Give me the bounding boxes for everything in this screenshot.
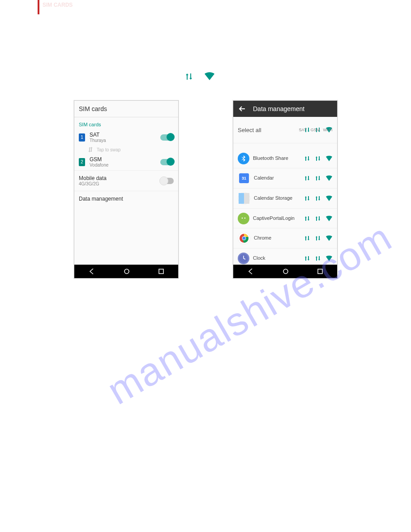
wifi-icon	[204, 72, 215, 81]
nav-home-icon[interactable]	[283, 268, 289, 275]
app-name-label: Calendar	[254, 175, 300, 181]
section-label: SIM cards	[74, 117, 178, 129]
col-wifi: Wi-Fi	[323, 128, 333, 132]
col-sat: SAT	[298, 128, 308, 132]
svg-rect-2	[241, 217, 246, 221]
gsm-toggle-icon[interactable]	[315, 175, 321, 181]
app-row[interactable]: Calendar Storage	[233, 189, 337, 209]
gsm-toggle-icon[interactable]	[315, 195, 321, 202]
app-row[interactable]: Bluetooth Share	[233, 149, 337, 168]
svg-point-0	[124, 269, 129, 274]
mobile-data-toggle[interactable]	[160, 178, 174, 184]
app-list: Bluetooth Share31CalendarCalendar Storag…	[233, 149, 337, 268]
nav-home-icon[interactable]	[124, 268, 130, 275]
sim-1-badge-icon: 1	[79, 133, 85, 142]
nav-bar	[233, 265, 337, 278]
nav-back-icon[interactable]	[89, 268, 95, 275]
svg-rect-6	[245, 215, 246, 217]
app-icon	[238, 192, 250, 205]
gsm-toggle-icon[interactable]	[315, 235, 321, 241]
back-arrow-icon[interactable]	[239, 105, 246, 112]
svg-rect-1	[159, 269, 163, 274]
wifi-toggle-icon[interactable]	[325, 195, 333, 202]
wifi-toggle-icon[interactable]	[325, 235, 333, 241]
wifi-toggle-icon[interactable]	[325, 255, 333, 262]
sim-1-row[interactable]: 1 SAT Thuraya	[74, 129, 178, 146]
nav-bar	[74, 265, 178, 278]
app-icon: 31	[238, 172, 250, 184]
data-arrows-icon	[184, 72, 193, 82]
app-icon	[238, 232, 250, 245]
swap-arrows-icon	[88, 146, 93, 153]
app-icon	[238, 213, 249, 224]
app-bar: Data management	[233, 101, 337, 117]
sim-2-badge-icon: 2	[79, 158, 85, 166]
svg-rect-5	[240, 215, 242, 217]
app-row[interactable]: Chrome	[233, 228, 337, 249]
nav-recent-icon[interactable]	[158, 269, 164, 274]
wifi-toggle-icon[interactable]	[325, 215, 333, 222]
select-all-label: Select all	[238, 127, 304, 133]
accent-bar	[38, 0, 39, 14]
svg-rect-13	[318, 269, 322, 274]
app-name-label: Bluetooth Share	[253, 155, 300, 161]
swap-label: Tap to swap	[97, 147, 120, 152]
app-name-label: Clock	[253, 255, 300, 261]
sim-1-carrier: Thuraya	[90, 138, 156, 143]
app-name-label: Chrome	[254, 235, 300, 241]
app-name-label: CaptivePortalLogin	[253, 215, 300, 221]
inline-icon-row	[184, 72, 215, 82]
wifi-toggle-icon[interactable]	[325, 175, 333, 181]
col-gsm: GSM	[310, 128, 320, 132]
column-labels: SAT GSM Wi-Fi	[298, 128, 333, 132]
sim-1-toggle[interactable]	[160, 134, 174, 141]
sat-toggle-icon[interactable]	[304, 215, 310, 222]
swap-row[interactable]: Tap to swap	[74, 146, 178, 154]
app-icon	[238, 253, 249, 264]
sim-2-name: GSM	[90, 156, 156, 163]
screen-title: SIM cards	[74, 101, 178, 117]
nav-recent-icon[interactable]	[317, 269, 323, 274]
sat-toggle-icon[interactable]	[304, 155, 310, 162]
sim-1-name: SAT	[90, 132, 156, 138]
app-name-label: Calendar Storage	[254, 195, 300, 201]
app-icon	[238, 153, 249, 164]
sim-2-row[interactable]: 2 GSM Vodafone	[74, 154, 178, 170]
app-row[interactable]: 31Calendar	[233, 168, 337, 189]
sat-toggle-icon[interactable]	[304, 175, 310, 181]
svg-point-12	[283, 269, 288, 274]
sat-toggle-icon[interactable]	[304, 195, 310, 202]
mobile-data-sub: 4G/3G/2G	[79, 181, 160, 186]
svg-point-9	[243, 237, 246, 240]
gsm-toggle-icon[interactable]	[315, 155, 321, 162]
data-management-screen: Data management Select all SAT GSM Wi-Fi…	[233, 100, 338, 279]
mobile-data-row[interactable]: Mobile data 4G/3G/2G	[74, 170, 178, 191]
mobile-data-title: Mobile data	[79, 175, 160, 181]
gsm-toggle-icon[interactable]	[315, 255, 321, 262]
svg-point-3	[242, 217, 243, 219]
sim-2-carrier: Vodafone	[90, 163, 156, 167]
app-row[interactable]: CaptivePortalLogin	[233, 209, 337, 228]
sim-2-toggle[interactable]	[160, 159, 174, 165]
sat-toggle-icon[interactable]	[304, 235, 310, 241]
nav-back-icon[interactable]	[248, 268, 254, 275]
gsm-toggle-icon[interactable]	[315, 215, 321, 222]
data-management-label: Data management	[79, 196, 174, 202]
sim-cards-screen: SIM cards SIM cards 1 SAT Thuraya Tap to…	[74, 100, 179, 279]
svg-point-4	[244, 217, 246, 219]
wifi-toggle-icon[interactable]	[325, 155, 333, 162]
data-management-row[interactable]: Data management	[74, 191, 178, 206]
app-bar-title: Data management	[253, 105, 304, 112]
sat-toggle-icon[interactable]	[304, 255, 310, 262]
section-header: SIM CARDS	[43, 2, 73, 8]
